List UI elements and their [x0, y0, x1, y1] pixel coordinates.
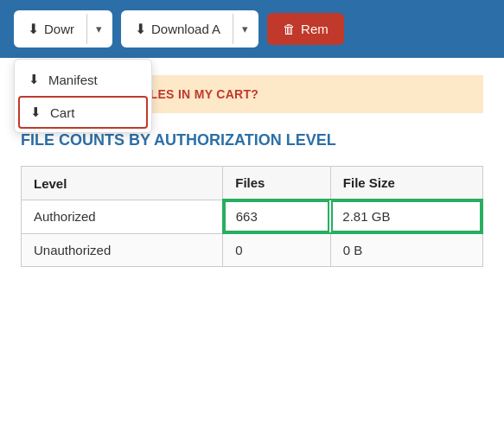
authorization-table: Level Files File Size Authorized6632.81 … [21, 166, 483, 267]
manifest-label: Manifest [48, 73, 98, 87]
manifest-icon: ⬇ [29, 72, 40, 87]
toolbar: ⬇ Dowr ▾ ⬇ Download A ▾ 🗑 Rem ⬇ Manifest… [0, 0, 504, 58]
table-header-row: Level Files File Size [22, 167, 483, 200]
download-btn-2-label: Download A [151, 22, 220, 36]
chevron-down-icon-1: ▾ [96, 22, 102, 35]
cart-label: Cart [50, 105, 74, 120]
remove-button[interactable]: 🗑 Rem [267, 13, 344, 45]
section-title: FILE COUNTS BY AUTHORIZATION LEVEL [21, 130, 483, 150]
section-title-text: FILE COUNTS BY AUTHORIZATION LEVEL [21, 131, 336, 149]
trash-icon: 🗑 [283, 22, 296, 36]
chevron-down-icon-2: ▾ [242, 22, 248, 35]
cart-icon: ⬇ [30, 105, 41, 120]
download-btn-1[interactable]: ⬇ Dowr [16, 12, 86, 46]
table-row: Authorized6632.81 GB [22, 200, 483, 233]
table-row: Unauthorized00 B [22, 233, 483, 267]
cell-filesize: 0 B [330, 233, 482, 267]
dropdown-toggle-1[interactable]: ▾ [86, 14, 111, 44]
cell-filesize: 2.81 GB [330, 200, 482, 233]
cell-files: 663 [223, 200, 331, 233]
dropdown-item-manifest[interactable]: ⬇ Manifest [15, 63, 151, 96]
download-btn-2[interactable]: ⬇ Download A [123, 12, 233, 46]
col-header-level: Level [22, 167, 223, 200]
cell-level: Authorized [22, 200, 223, 233]
dropdown-menu: ⬇ Manifest ⬇ Cart [14, 59, 152, 133]
remove-btn-label: Rem [301, 22, 329, 36]
cell-files: 0 [223, 233, 331, 267]
download-icon-2: ⬇ [135, 21, 146, 37]
btn-split-2: ⬇ Download A ▾ [121, 10, 258, 48]
download-icon-1: ⬇ [28, 21, 39, 37]
download-btn-1-label: Dowr [44, 22, 74, 36]
cell-level: Unauthorized [22, 233, 223, 267]
col-header-files: Files [223, 167, 331, 200]
dropdown-item-cart[interactable]: ⬇ Cart [18, 96, 148, 129]
col-header-filesize: File Size [330, 167, 482, 200]
dropdown-toggle-2[interactable]: ▾ [233, 14, 257, 44]
btn-split-1: ⬇ Dowr ▾ [14, 10, 112, 48]
